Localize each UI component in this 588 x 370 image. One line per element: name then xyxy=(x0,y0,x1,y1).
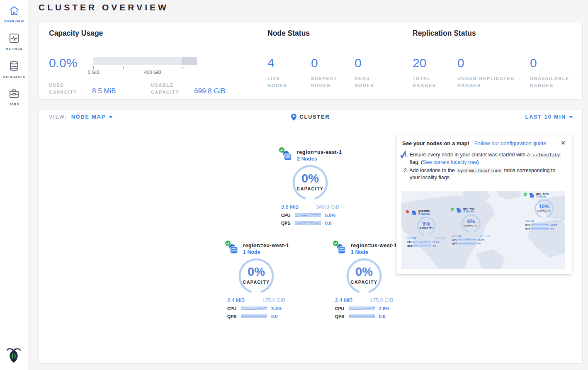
mini-total-value: 35.1 GiB xyxy=(435,237,445,240)
node-status-title: Node Status xyxy=(267,29,408,38)
node-card-eu-west-1: region=eu-west-1 1 Node 0% CAPACITY 2.4 … xyxy=(222,243,290,319)
node-card-us-west-1: region=us-west-1 1 Node 0% CAPACITY 2.4 … xyxy=(330,243,398,319)
qps-sparkline xyxy=(349,314,375,319)
capacity-gauge-arc xyxy=(276,165,344,200)
mini-qps-label: QPS xyxy=(525,227,531,230)
used-value: 3.8 MiB xyxy=(281,204,299,210)
mini-qps-sparkline xyxy=(531,227,549,230)
mini-cpu-sparkline xyxy=(531,223,549,226)
code-chip: --locality xyxy=(531,153,561,158)
cpu-value: 5.0% xyxy=(325,213,335,218)
mini-cpu-label: CPU xyxy=(525,224,531,226)
status-ok-icon xyxy=(523,191,527,198)
sidebar-item-label: DATABASES xyxy=(0,75,28,79)
sidebar-item-overview[interactable]: OVERVIEW xyxy=(0,0,28,27)
mini-qps-value: 0.0 xyxy=(477,242,481,245)
mini-total-value: 36.4 GiB xyxy=(553,219,563,222)
code-chip: system.locations xyxy=(457,168,503,173)
page-title: CLUSTER OVERVIEW xyxy=(39,2,169,12)
example-node-map-image: geo=sfo 2 Nodes 9% CAPACITY 3.2 GiB 35.1… xyxy=(401,191,565,269)
capacity-axis-tick-0: 0 GiB xyxy=(87,70,100,75)
nodes-map-setup-popup: See your nodes on a map! Follow our conf… xyxy=(396,135,572,275)
under-replicated-ranges-label: UNDER-REPLICATED RANGES xyxy=(457,75,524,89)
qps-value: 0.0 xyxy=(271,314,277,319)
unavailable-ranges-value: 0 xyxy=(530,56,576,70)
cockroachdb-logo xyxy=(4,345,23,365)
mini-total-value: 65.7 GiB xyxy=(480,234,490,237)
mini-node-card-nyc: geo=nyc 2 Nodes 6% CAPACITY 3.7 GiB 65.7… xyxy=(452,207,490,245)
sidebar-item-label: JOBS xyxy=(0,102,28,106)
capacity-usage-title: Capacity Usage xyxy=(49,29,256,38)
chevron-down-icon xyxy=(109,116,113,118)
capacity-bar: 0 GiB 400 GiB xyxy=(93,57,197,75)
mini-cpu-value: 42.6% xyxy=(477,239,484,241)
home-icon xyxy=(9,6,19,16)
locality-tree-link[interactable]: See current locality tree xyxy=(423,159,477,165)
sidebar-item-databases[interactable]: DATABASES xyxy=(0,55,28,83)
time-range-value: LAST 10 MIN xyxy=(525,114,566,120)
locality-nodes-link[interactable]: 1 Node xyxy=(351,249,397,255)
cpu-sparkline xyxy=(241,306,267,311)
total-value: 175.0 GiB xyxy=(370,297,393,303)
configuration-guide-link[interactable]: Follow our configuration guide xyxy=(474,140,546,146)
unavailable-ranges-label: UNAVAILABLE RANGES xyxy=(530,75,576,89)
mini-cpu-value: 11.0% xyxy=(432,241,440,243)
suspect-nodes-value: 0 xyxy=(311,56,355,70)
jobs-icon xyxy=(9,89,19,99)
mini-locality-nodes: 2 Nodes xyxy=(418,212,430,215)
status-warning-icon xyxy=(406,208,409,215)
used-capacity-label: USED CAPACITY xyxy=(49,82,84,96)
sidebar: OVERVIEW METRICS DATABASES JOBS xyxy=(0,0,28,370)
sidebar-item-label: METRICS xyxy=(0,47,28,51)
qps-sparkline xyxy=(295,220,321,226)
cpu-label: CPU xyxy=(281,213,294,218)
status-ok-icon xyxy=(450,205,454,213)
capacity-used-percent: 0.0% xyxy=(49,56,77,75)
used-value: 2.4 MiB xyxy=(227,297,245,303)
used-capacity-value: 8.5 MiB xyxy=(92,87,116,96)
total-ranges-value: 20 xyxy=(413,56,457,70)
status-ok-icon xyxy=(225,240,231,248)
sidebar-item-label: OVERVIEW xyxy=(0,19,28,23)
time-range-dropdown[interactable]: LAST 10 MIN xyxy=(525,114,573,120)
sidebar-item-metrics[interactable]: METRICS xyxy=(0,27,28,55)
sidebar-item-jobs[interactable]: JOBS xyxy=(0,83,28,110)
usable-capacity-label: USABLE CAPACITY xyxy=(151,82,186,96)
popup-step-2: 2. Add locations to the system.locations… xyxy=(404,167,565,182)
mini-cpu-label: CPU xyxy=(407,241,413,243)
close-icon[interactable]: ✕ xyxy=(561,140,566,146)
mini-locality-name: geo=sfo xyxy=(418,209,430,212)
mini-qps-sparkline xyxy=(458,242,476,245)
popup-title: See your nodes on a map! xyxy=(402,140,469,146)
qps-sparkline xyxy=(241,314,267,319)
suspect-nodes-label: SUSPECT NODES xyxy=(311,75,340,89)
mini-locality-name: geo=nyc xyxy=(463,207,475,210)
cpu-value: 2.8% xyxy=(379,306,389,311)
locality-name: region=us-east-1 xyxy=(297,149,342,155)
locality-nodes-link[interactable]: 2 Nodes xyxy=(297,156,342,162)
qps-label: QPS xyxy=(335,314,348,319)
qps-label: QPS xyxy=(227,314,241,319)
mini-locality-nodes: 1 Node xyxy=(536,195,549,198)
breadcrumb: CLUSTER xyxy=(299,114,330,120)
capacity-bar-segment xyxy=(182,57,197,65)
view-bar: VIEW: NODE MAP CLUSTER LAST 10 MIN xyxy=(39,109,583,125)
under-replicated-ranges-value: 0 xyxy=(457,56,530,70)
view-selector-dropdown[interactable]: NODE MAP xyxy=(71,114,113,120)
map-pin-icon xyxy=(291,114,296,121)
mini-used-value: 3.6 GiB xyxy=(525,219,534,222)
mini-qps-value: 4.7 xyxy=(432,245,436,247)
mini-cpu-sparkline xyxy=(458,238,476,241)
mini-cpu-label: CPU xyxy=(452,239,458,241)
mini-qps-label: QPS xyxy=(407,245,413,247)
locality-name: region=eu-west-1 xyxy=(243,243,289,248)
cpu-sparkline xyxy=(349,306,375,311)
node-status-section: Node Status 4 LIVE NODES 0 SUSPECT NODES… xyxy=(267,29,408,89)
mini-locality-name: geo=ams xyxy=(536,192,549,195)
capacity-axis-tick-400: 400 GiB xyxy=(144,70,161,75)
mini-cpu-value: 12.3% xyxy=(550,224,557,226)
mini-qps-label: QPS xyxy=(452,242,458,245)
locality-nodes-link[interactable]: 1 Node xyxy=(243,249,289,255)
usable-capacity-value: 699.8 GiB xyxy=(194,87,226,96)
mini-node-card-ams: geo=ams 1 Node 10% CAPACITY 3.6 GiB 36.4… xyxy=(525,192,563,230)
